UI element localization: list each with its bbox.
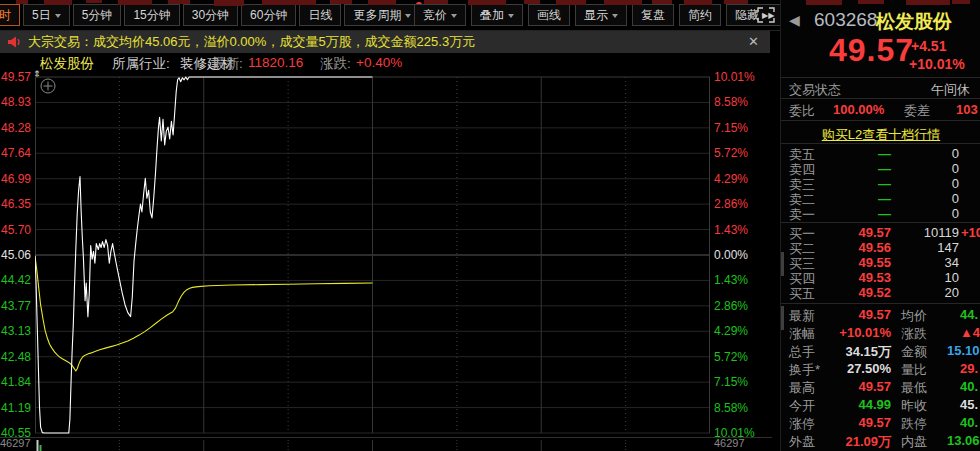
sell5-price: —	[821, 146, 891, 161]
axis-tick: 1.43%	[714, 223, 748, 237]
stat-label: 总手	[789, 343, 815, 361]
background-artifact	[330, 0, 352, 4]
stat-value: 15.10	[947, 343, 980, 358]
industry-change-value: +0.40%	[356, 55, 402, 70]
tab-more-periods[interactable]: 更多周期	[344, 4, 420, 26]
background-artifact	[556, 0, 586, 5]
industry-latest-value: 11820.16	[248, 55, 303, 70]
tab-label: 15分钟	[133, 8, 170, 22]
stat-value: 13.06	[947, 433, 980, 448]
axis-tick: 2.86%	[714, 299, 748, 313]
industry-change-label: 涨跌:	[320, 55, 351, 73]
tool-simple-mode[interactable]: 简约	[679, 4, 721, 26]
fullscreen-expand-icon[interactable]	[757, 7, 775, 23]
axis-tick: 41.84	[1, 375, 31, 389]
l2-purchase-link[interactable]: 购买L2查看十档行情	[781, 126, 980, 144]
buy5-price: 49.52	[821, 285, 891, 300]
axis-tick: 49.57	[1, 70, 31, 84]
tool-draw-line[interactable]: 画线	[528, 4, 570, 26]
tab-label: 5日	[32, 8, 51, 22]
axis-tick: 42.48	[1, 350, 31, 364]
tool-auction[interactable]: 竞价	[414, 4, 466, 26]
background-artifact	[368, 0, 396, 5]
stat-label: 外盘	[789, 433, 815, 451]
axis-tick: 45.70	[1, 223, 31, 237]
axis-tick: 46.99	[1, 172, 31, 186]
tool-label: 隐藏	[735, 8, 759, 22]
panel-scrollbar[interactable]	[781, 306, 784, 330]
quote-panel: ◀ 603268 松发股份 49.57 +4.51 +10.01% 交易状态 午…	[780, 0, 980, 451]
chevron-down-icon	[612, 14, 618, 18]
stat-label: 内盘	[901, 433, 927, 451]
period-tabs: 分时 5日 5分钟 15分钟 30分钟 60分钟 日线 更多周期	[0, 4, 420, 26]
tab-label: 30分钟	[192, 8, 229, 22]
axis-tick: 43.77	[1, 299, 31, 313]
tab-label: 日线	[308, 8, 332, 22]
buy5-label: 买五	[789, 285, 815, 303]
notice-text: 大宗交易：成交均价45.06元，溢价0.00%，成交量5万股，成交金额225.3…	[28, 31, 475, 53]
background-artifact	[468, 0, 506, 5]
stat-label: 量比	[901, 361, 927, 379]
trade-status-value: 午间休	[931, 81, 970, 99]
industry-label: 所属行业:	[112, 55, 170, 73]
stat-label: 涨跌	[901, 325, 927, 343]
background-artifact	[262, 0, 316, 5]
axis-tick: 4.29%	[714, 324, 748, 338]
tab-fenshi[interactable]: 分时	[0, 4, 20, 26]
buy2-price: 49.56	[821, 240, 891, 255]
stat-value: 49.57	[819, 379, 891, 394]
block-trade-notice-bar: 大宗交易：成交均价45.06元，溢价0.00%，成交量5万股，成交金额225.3…	[0, 31, 770, 53]
tool-display[interactable]: 显示	[575, 4, 627, 26]
chevron-down-icon	[55, 14, 61, 18]
panel-scrollbar[interactable]	[781, 252, 784, 276]
stat-value: ▲4.	[960, 325, 980, 340]
axis-tick: 41.19	[1, 401, 31, 415]
tab-15min[interactable]: 15分钟	[124, 4, 179, 26]
tab-5min[interactable]: 5分钟	[73, 4, 122, 26]
tool-label: 画线	[537, 8, 561, 22]
sell1-volume: 0	[899, 206, 959, 221]
tab-60min[interactable]: 60分钟	[241, 4, 296, 26]
tab-5day[interactable]: 5日	[23, 4, 70, 26]
tool-label: 复盘	[641, 8, 665, 22]
axis-tick: 45.06	[1, 248, 31, 262]
intraday-chart[interactable]	[35, 75, 710, 437]
close-icon[interactable]: ✕	[748, 31, 759, 53]
buy3-volume: 34	[899, 255, 959, 270]
axis-tick: 5.72%	[714, 350, 748, 364]
sell3-price: —	[821, 176, 891, 191]
tab-30min[interactable]: 30分钟	[183, 4, 238, 26]
background-artifact	[952, 0, 970, 4]
weibi-label: 委比	[789, 102, 815, 120]
divider	[781, 98, 980, 99]
stat-value: 29.	[960, 361, 978, 376]
price-change-pct: +10.01%	[909, 56, 965, 72]
stat-value: +10.01%	[819, 325, 891, 340]
chart-tools: 竞价 叠加 画线 显示 复盘 简约 隐藏▶▶	[414, 4, 783, 26]
tab-label: 更多周期	[353, 8, 401, 22]
stat-value: 34.15万	[819, 343, 891, 361]
weicha-label: 委差	[904, 102, 930, 120]
tool-replay[interactable]: 复盘	[632, 4, 674, 26]
stat-value: 49.57	[819, 415, 891, 430]
stat-value: 44.99	[819, 397, 891, 412]
volume-pane[interactable]	[35, 440, 710, 451]
tab-label: 分时	[0, 8, 11, 22]
axis-tick: 5.72%	[714, 146, 748, 160]
volume-axis-max-right: 46297	[714, 437, 745, 449]
axis-tick: 48.93	[1, 95, 31, 109]
axis-tick: 4.29%	[714, 172, 748, 186]
pane-divider	[0, 437, 772, 438]
buy1-volume: 10119	[899, 225, 959, 240]
background-artifact	[604, 0, 642, 5]
axis-tick: 46.35	[1, 197, 31, 211]
buy4-price: 49.53	[821, 270, 891, 285]
price-change: +4.51	[911, 38, 946, 54]
trading-app-window: 分时 5日 5分钟 15分钟 30分钟 60分钟 日线 更多周期 竞价 叠加 画…	[0, 0, 980, 451]
back-chevron-icon[interactable]: ◀	[789, 12, 800, 28]
background-artifact	[16, 0, 28, 4]
axis-tick: 2.86%	[714, 197, 748, 211]
tool-overlay[interactable]: 叠加	[471, 4, 523, 26]
divider	[781, 77, 980, 78]
tab-daily[interactable]: 日线	[299, 4, 341, 26]
